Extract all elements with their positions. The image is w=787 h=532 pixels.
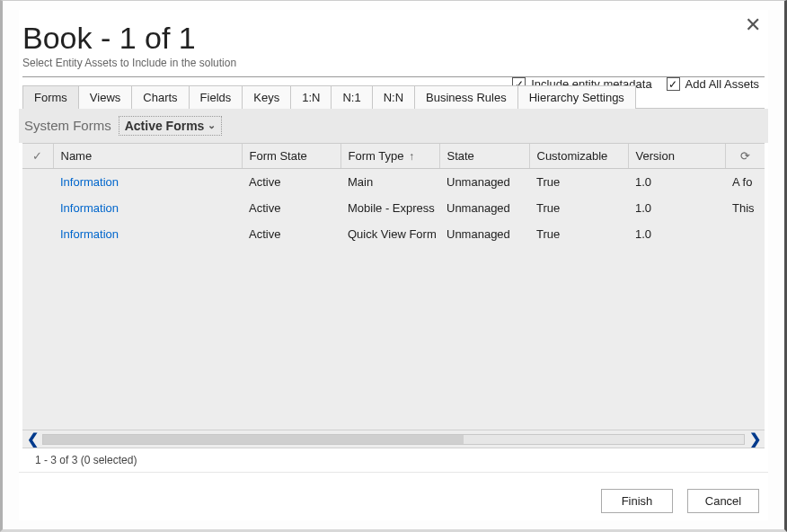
add-all-assets-checkbox[interactable]: ✓ Add All Assets xyxy=(667,77,759,91)
cell-version: 1.0 xyxy=(628,195,725,221)
dialog-header: Book - 1 of 1 Select Entity Assets to In… xyxy=(19,10,768,76)
form-name-link[interactable]: Information xyxy=(60,227,119,241)
tab-charts[interactable]: Charts xyxy=(132,85,189,109)
dropdown-label: Active Forms xyxy=(125,119,205,133)
cell-description xyxy=(725,221,765,247)
tab-forms[interactable]: Forms xyxy=(22,85,79,109)
tab-n-n[interactable]: N:N xyxy=(373,85,415,109)
cell-form-state: Active xyxy=(242,221,340,247)
cell-name: Information xyxy=(53,221,242,247)
tab-keys[interactable]: Keys xyxy=(243,85,291,109)
form-name-link[interactable]: Information xyxy=(60,201,119,215)
cancel-button[interactable]: Cancel xyxy=(687,489,759,513)
column-header-form-state[interactable]: Form State xyxy=(242,144,340,169)
checkbox-icon: ✓ xyxy=(667,77,680,91)
view-category-label: System Forms xyxy=(24,118,111,133)
cell-form-type: Quick View Form xyxy=(340,221,439,247)
tab-views[interactable]: Views xyxy=(79,85,132,109)
forms-grid: ✓ Name Form State Form Type ↑ State Cust… xyxy=(22,143,765,472)
tab-1-n[interactable]: 1:N xyxy=(291,85,332,109)
page-subtitle: Select Entity Assets to Include in the s… xyxy=(22,57,761,69)
scroll-right-icon[interactable]: ❯ xyxy=(745,430,765,448)
grid-header-row: ✓ Name Form State Form Type ↑ State Cust… xyxy=(22,144,765,169)
finish-button[interactable]: Finish xyxy=(601,489,673,513)
cell-state: Unmanaged xyxy=(439,221,529,247)
horizontal-scrollbar[interactable]: ❮ ❯ xyxy=(22,430,765,448)
cell-version: 1.0 xyxy=(628,221,725,247)
table-row[interactable]: InformationActiveMainUnmanagedTrue1.0A f… xyxy=(22,168,765,195)
dialog-footer: Finish Cancel xyxy=(19,472,768,520)
cell-state: Unmanaged xyxy=(439,168,529,195)
table-row[interactable]: InformationActiveMobile - ExpressUnmanag… xyxy=(22,195,765,221)
cell-form-type: Mobile - Express xyxy=(340,195,439,221)
column-header-name[interactable]: Name xyxy=(53,144,242,169)
cell-version: 1.0 xyxy=(628,168,725,195)
row-select-cell[interactable] xyxy=(22,168,53,195)
table-row[interactable]: InformationActiveQuick View FormUnmanage… xyxy=(22,221,765,247)
column-header-form-type[interactable]: Form Type ↑ xyxy=(340,144,439,169)
page-title: Book - 1 of 1 xyxy=(22,22,761,55)
cell-form-state: Active xyxy=(242,168,340,195)
column-header-version[interactable]: Version xyxy=(628,144,725,169)
cell-description: This xyxy=(725,195,765,221)
form-name-link[interactable]: Information xyxy=(60,175,119,189)
tab-n-1[interactable]: N:1 xyxy=(332,85,372,109)
refresh-icon[interactable]: ⟳ xyxy=(725,144,765,169)
view-filter-dropdown[interactable]: Active Forms ⌄ xyxy=(119,116,223,136)
cell-customizable: True xyxy=(529,221,628,247)
cell-customizable: True xyxy=(529,168,628,195)
row-select-cell[interactable] xyxy=(22,221,53,247)
cell-name: Information xyxy=(53,195,242,221)
select-all-header[interactable]: ✓ xyxy=(22,144,53,169)
cell-form-state: Active xyxy=(242,195,340,221)
grid-table: ✓ Name Form State Form Type ↑ State Cust… xyxy=(22,144,765,247)
grid-status: 1 - 3 of 3 (0 selected) xyxy=(22,448,765,472)
cell-state: Unmanaged xyxy=(439,195,529,221)
close-icon[interactable]: ✕ xyxy=(745,15,761,35)
checkbox-label: Add All Assets xyxy=(685,77,759,91)
column-header-customizable[interactable]: Customizable xyxy=(529,144,628,169)
tab-business-rules[interactable]: Business Rules xyxy=(415,85,518,109)
row-select-cell[interactable] xyxy=(22,195,53,221)
scroll-left-icon[interactable]: ❮ xyxy=(22,430,42,448)
tab-fields[interactable]: Fields xyxy=(190,85,243,109)
scrollbar-thumb[interactable] xyxy=(43,435,464,444)
view-subbar: System Forms Active Forms ⌄ xyxy=(19,109,768,143)
dialog: ✕ Book - 1 of 1 Select Entity Assets to … xyxy=(19,10,768,520)
sort-ascending-icon: ↑ xyxy=(409,150,414,163)
cell-form-type: Main xyxy=(340,168,439,195)
cell-customizable: True xyxy=(529,195,628,221)
chevron-down-icon: ⌄ xyxy=(208,120,216,131)
cell-description: A fo xyxy=(725,168,765,195)
cell-name: Information xyxy=(53,168,242,195)
scrollbar-track[interactable] xyxy=(42,434,745,445)
tab-hierarchy-settings[interactable]: Hierarchy Settings xyxy=(518,85,636,109)
column-header-state[interactable]: State xyxy=(439,144,529,169)
